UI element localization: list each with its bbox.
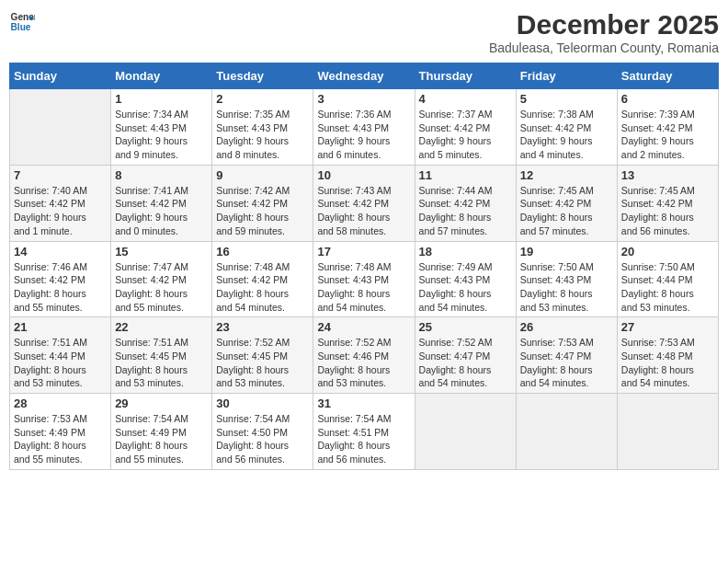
- day-cell: 8Sunrise: 7:41 AM Sunset: 4:42 PM Daylig…: [111, 165, 212, 241]
- day-cell: 12Sunrise: 7:45 AM Sunset: 4:42 PM Dayli…: [516, 165, 617, 241]
- day-cell: 6Sunrise: 7:39 AM Sunset: 4:42 PM Daylig…: [617, 89, 718, 166]
- day-info: Sunrise: 7:39 AM Sunset: 4:42 PM Dayligh…: [621, 108, 714, 162]
- day-number: 22: [115, 320, 208, 334]
- day-cell: 13Sunrise: 7:45 AM Sunset: 4:42 PM Dayli…: [617, 165, 718, 241]
- day-cell: 15Sunrise: 7:47 AM Sunset: 4:42 PM Dayli…: [111, 241, 212, 317]
- day-cell: 22Sunrise: 7:51 AM Sunset: 4:45 PM Dayli…: [111, 317, 212, 394]
- day-number: 29: [115, 396, 208, 410]
- day-info: Sunrise: 7:50 AM Sunset: 4:44 PM Dayligh…: [621, 260, 714, 315]
- day-info: Sunrise: 7:47 AM Sunset: 4:42 PM Dayligh…: [115, 260, 208, 315]
- day-number: 27: [621, 320, 714, 334]
- subtitle: Baduleasa, Teleorman County, Romania: [489, 40, 719, 55]
- day-info: Sunrise: 7:36 AM Sunset: 4:43 PM Dayligh…: [317, 108, 410, 162]
- day-cell: 24Sunrise: 7:52 AM Sunset: 4:46 PM Dayli…: [313, 317, 415, 394]
- day-number: 3: [317, 92, 410, 106]
- day-number: 7: [14, 168, 107, 182]
- day-cell: [415, 394, 516, 470]
- day-number: 12: [520, 168, 613, 182]
- weekday-header-thursday: Thursday: [415, 63, 516, 89]
- day-info: Sunrise: 7:44 AM Sunset: 4:42 PM Dayligh…: [419, 184, 512, 238]
- day-info: Sunrise: 7:52 AM Sunset: 4:47 PM Dayligh…: [419, 336, 512, 390]
- day-cell: 19Sunrise: 7:50 AM Sunset: 4:43 PM Dayli…: [516, 241, 617, 317]
- day-cell: 31Sunrise: 7:54 AM Sunset: 4:51 PM Dayli…: [313, 394, 415, 470]
- day-info: Sunrise: 7:53 AM Sunset: 4:48 PM Dayligh…: [621, 336, 714, 390]
- day-number: 11: [419, 168, 512, 182]
- week-row-3: 14Sunrise: 7:46 AM Sunset: 4:42 PM Dayli…: [10, 241, 719, 317]
- day-number: 15: [115, 245, 208, 259]
- weekday-header-saturday: Saturday: [617, 63, 718, 89]
- day-number: 28: [14, 396, 107, 410]
- day-cell: 20Sunrise: 7:50 AM Sunset: 4:44 PM Dayli…: [617, 241, 718, 317]
- day-cell: 17Sunrise: 7:48 AM Sunset: 4:43 PM Dayli…: [313, 241, 415, 317]
- day-info: Sunrise: 7:48 AM Sunset: 4:43 PM Dayligh…: [317, 260, 410, 315]
- title-area: December 2025 Baduleasa, Teleorman Count…: [489, 9, 719, 55]
- day-cell: 14Sunrise: 7:46 AM Sunset: 4:42 PM Dayli…: [10, 241, 111, 317]
- day-number: 18: [419, 245, 512, 259]
- day-number: 26: [520, 320, 613, 334]
- day-info: Sunrise: 7:45 AM Sunset: 4:42 PM Dayligh…: [621, 184, 714, 238]
- day-cell: 26Sunrise: 7:53 AM Sunset: 4:47 PM Dayli…: [516, 317, 617, 394]
- day-cell: 4Sunrise: 7:37 AM Sunset: 4:42 PM Daylig…: [415, 89, 516, 166]
- day-info: Sunrise: 7:54 AM Sunset: 4:51 PM Dayligh…: [317, 412, 410, 466]
- day-number: 23: [216, 320, 309, 334]
- header: General Blue December 2025 Baduleasa, Te…: [9, 9, 719, 55]
- day-info: Sunrise: 7:51 AM Sunset: 4:44 PM Dayligh…: [14, 336, 107, 390]
- week-row-1: 1Sunrise: 7:34 AM Sunset: 4:43 PM Daylig…: [10, 89, 719, 166]
- day-cell: 18Sunrise: 7:49 AM Sunset: 4:43 PM Dayli…: [415, 241, 516, 317]
- day-info: Sunrise: 7:35 AM Sunset: 4:43 PM Dayligh…: [216, 108, 309, 162]
- week-row-4: 21Sunrise: 7:51 AM Sunset: 4:44 PM Dayli…: [10, 317, 719, 394]
- logo: General Blue: [9, 9, 35, 35]
- day-info: Sunrise: 7:42 AM Sunset: 4:42 PM Dayligh…: [216, 184, 309, 238]
- day-cell: 2Sunrise: 7:35 AM Sunset: 4:43 PM Daylig…: [212, 89, 313, 166]
- day-cell: 11Sunrise: 7:44 AM Sunset: 4:42 PM Dayli…: [415, 165, 516, 241]
- day-cell: 29Sunrise: 7:54 AM Sunset: 4:49 PM Dayli…: [111, 394, 212, 470]
- day-info: Sunrise: 7:52 AM Sunset: 4:45 PM Dayligh…: [216, 336, 309, 390]
- day-info: Sunrise: 7:52 AM Sunset: 4:46 PM Dayligh…: [317, 336, 410, 390]
- month-title: December 2025: [489, 9, 719, 40]
- day-cell: [10, 89, 111, 166]
- day-info: Sunrise: 7:43 AM Sunset: 4:42 PM Dayligh…: [317, 184, 410, 238]
- day-number: 21: [14, 320, 107, 334]
- day-number: 24: [317, 320, 410, 334]
- day-number: 1: [115, 92, 208, 106]
- day-info: Sunrise: 7:50 AM Sunset: 4:43 PM Dayligh…: [520, 260, 613, 315]
- day-info: Sunrise: 7:49 AM Sunset: 4:43 PM Dayligh…: [419, 260, 512, 315]
- day-cell: 9Sunrise: 7:42 AM Sunset: 4:42 PM Daylig…: [212, 165, 313, 241]
- day-number: 31: [317, 396, 410, 410]
- weekday-header-friday: Friday: [516, 63, 617, 89]
- day-info: Sunrise: 7:51 AM Sunset: 4:45 PM Dayligh…: [115, 336, 208, 390]
- day-info: Sunrise: 7:45 AM Sunset: 4:42 PM Dayligh…: [520, 184, 613, 238]
- day-cell: 1Sunrise: 7:34 AM Sunset: 4:43 PM Daylig…: [111, 89, 212, 166]
- week-row-5: 28Sunrise: 7:53 AM Sunset: 4:49 PM Dayli…: [10, 394, 719, 470]
- day-cell: 25Sunrise: 7:52 AM Sunset: 4:47 PM Dayli…: [415, 317, 516, 394]
- weekday-header-tuesday: Tuesday: [212, 63, 313, 89]
- week-row-2: 7Sunrise: 7:40 AM Sunset: 4:42 PM Daylig…: [10, 165, 719, 241]
- day-info: Sunrise: 7:46 AM Sunset: 4:42 PM Dayligh…: [14, 260, 107, 315]
- day-number: 25: [419, 320, 512, 334]
- weekday-header-wednesday: Wednesday: [313, 63, 415, 89]
- weekday-header-monday: Monday: [111, 63, 212, 89]
- day-info: Sunrise: 7:48 AM Sunset: 4:42 PM Dayligh…: [216, 260, 309, 315]
- day-number: 5: [520, 92, 613, 106]
- day-cell: 27Sunrise: 7:53 AM Sunset: 4:48 PM Dayli…: [617, 317, 718, 394]
- calendar-table: SundayMondayTuesdayWednesdayThursdayFrid…: [9, 63, 719, 470]
- day-number: 10: [317, 168, 410, 182]
- day-cell: 16Sunrise: 7:48 AM Sunset: 4:42 PM Dayli…: [212, 241, 313, 317]
- day-info: Sunrise: 7:53 AM Sunset: 4:47 PM Dayligh…: [520, 336, 613, 390]
- day-number: 30: [216, 396, 309, 410]
- day-number: 14: [14, 245, 107, 259]
- day-number: 9: [216, 168, 309, 182]
- day-number: 6: [621, 92, 714, 106]
- day-info: Sunrise: 7:40 AM Sunset: 4:42 PM Dayligh…: [14, 184, 107, 238]
- day-number: 8: [115, 168, 208, 182]
- day-number: 19: [520, 245, 613, 259]
- day-number: 17: [317, 245, 410, 259]
- day-number: 2: [216, 92, 309, 106]
- day-number: 4: [419, 92, 512, 106]
- weekday-header-row: SundayMondayTuesdayWednesdayThursdayFrid…: [10, 63, 719, 89]
- logo-icon: General Blue: [9, 9, 35, 35]
- day-cell: 30Sunrise: 7:54 AM Sunset: 4:50 PM Dayli…: [212, 394, 313, 470]
- day-info: Sunrise: 7:41 AM Sunset: 4:42 PM Dayligh…: [115, 184, 208, 238]
- day-info: Sunrise: 7:54 AM Sunset: 4:49 PM Dayligh…: [115, 412, 208, 466]
- day-number: 20: [621, 245, 714, 259]
